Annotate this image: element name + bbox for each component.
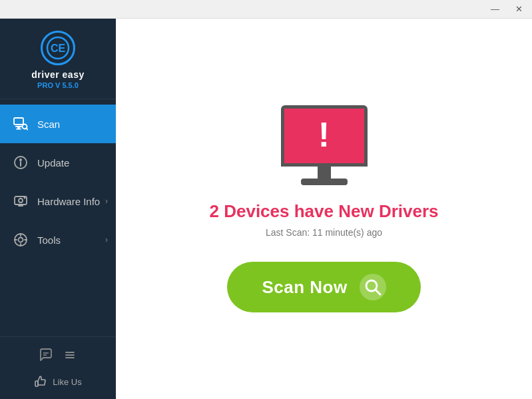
logo-icon: CE	[41, 31, 75, 65]
footer-icons	[39, 345, 77, 368]
logo-svg: CE	[46, 36, 70, 60]
svg-rect-5	[16, 129, 21, 130]
like-us-item[interactable]: Like Us	[34, 375, 81, 388]
svg-line-29	[376, 290, 380, 294]
exclamation-mark: !	[318, 117, 330, 152]
update-label: Update	[37, 157, 69, 169]
hardware-info-chevron: ›	[105, 197, 108, 206]
svg-text:CE: CE	[51, 43, 66, 54]
scan-btn-label: Scan Now	[262, 277, 347, 298]
like-us-label: Like Us	[53, 377, 81, 387]
main-layout: CE driver easy PRO V 5.5.0	[0, 19, 532, 399]
svg-rect-27	[35, 381, 38, 386]
minimize-button[interactable]: —	[487, 3, 503, 15]
svg-point-9	[19, 159, 22, 161]
close-button[interactable]: ✕	[511, 3, 527, 15]
svg-point-12	[19, 199, 23, 202]
sidebar-footer: Like Us	[0, 336, 116, 399]
main-content: ! 2 Devices have New Drivers Last Scan: …	[116, 19, 532, 399]
thumbs-up-icon	[34, 375, 47, 388]
subtitle: Last Scan: 11 minute(s) ago	[266, 227, 382, 238]
list-icon[interactable]	[63, 348, 77, 366]
app-window: — ✕ CE driver easy PRO V 5.5.0	[0, 0, 532, 399]
sidebar-nav: Scan Update	[0, 99, 116, 336]
sidebar-logo: CE driver easy PRO V 5.5.0	[0, 19, 116, 99]
brand-version: PRO V 5.5.0	[37, 81, 79, 89]
svg-rect-3	[15, 126, 22, 127]
monitor-screen: !	[281, 105, 368, 167]
scan-now-button[interactable]: Scan Now	[227, 262, 420, 312]
svg-line-7	[27, 129, 28, 130]
svg-rect-4	[17, 127, 20, 129]
monitor: !	[281, 105, 368, 185]
svg-point-17	[19, 238, 23, 242]
brand-name: driver easy	[31, 69, 84, 80]
sidebar-item-tools[interactable]: Tools ›	[0, 220, 116, 259]
headline: 2 Devices have New Drivers	[210, 201, 439, 222]
sidebar: CE driver easy PRO V 5.5.0	[0, 19, 116, 399]
svg-rect-2	[14, 118, 23, 125]
chat-icon[interactable]	[39, 348, 53, 366]
monitor-base	[301, 179, 348, 185]
update-icon	[12, 154, 29, 171]
tools-chevron: ›	[105, 235, 108, 244]
hardware-info-label: Hardware Info	[37, 196, 100, 207]
sidebar-item-update[interactable]: Update	[0, 143, 116, 182]
monitor-screen-inner: !	[284, 109, 364, 163]
scan-icon	[12, 115, 29, 133]
monitor-neck	[318, 167, 331, 179]
scan-label: Scan	[37, 119, 60, 130]
hardware-info-icon	[12, 193, 29, 210]
monitor-illustration: !	[281, 105, 368, 185]
title-bar: — ✕	[0, 0, 532, 19]
tools-label: Tools	[37, 234, 61, 246]
scan-btn-search-icon	[360, 274, 386, 300]
svg-point-15	[24, 197, 26, 199]
sidebar-item-hardware-info[interactable]: Hardware Info ›	[0, 182, 116, 220]
tools-icon	[12, 231, 29, 248]
sidebar-item-scan[interactable]: Scan	[0, 105, 116, 143]
